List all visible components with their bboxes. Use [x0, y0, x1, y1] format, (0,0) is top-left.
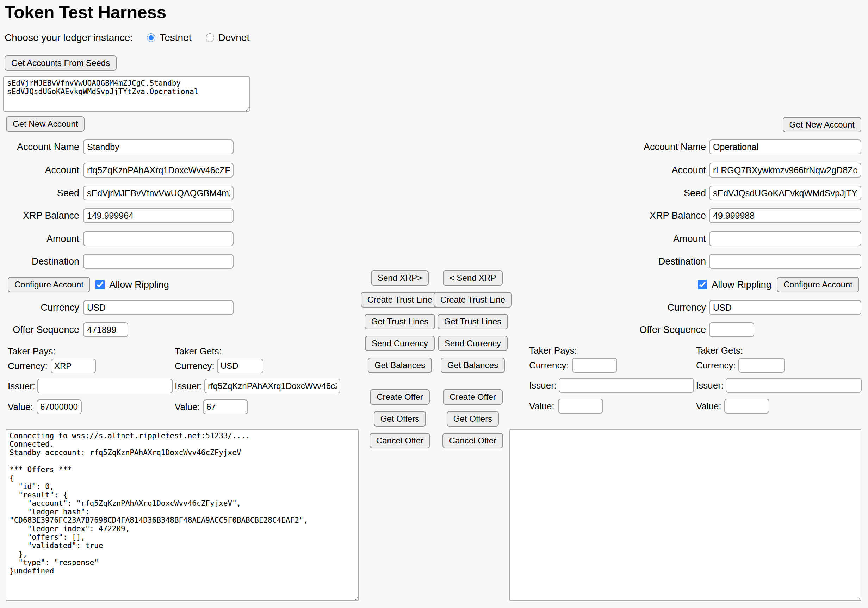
operational-amount-row: Amount — [586, 231, 861, 246]
standby-currency-input[interactable] — [83, 300, 234, 315]
standby-currency-label: Currency — [0, 302, 79, 313]
operational-create-trust-line-button[interactable]: Create Trust Line — [434, 292, 512, 307]
operational-account-name-label: Account Name — [586, 142, 706, 152]
token-test-harness-page: Token Test Harness Choose your ledger in… — [0, 0, 868, 608]
standby-account-name-label: Account Name — [0, 142, 79, 152]
standby-taker-gets-value-label: Value: — [175, 399, 200, 414]
operational-get-offers-button[interactable]: Get Offers — [447, 411, 499, 427]
standby-get-trust-lines-button[interactable]: Get Trust Lines — [364, 314, 436, 329]
standby-offer-sequence-input[interactable] — [83, 322, 128, 337]
operational-get-new-account-button[interactable]: Get New Account — [783, 117, 861, 132]
operational-seed-row: Seed — [586, 186, 861, 200]
testnet-radio-option[interactable]: Testnet — [147, 32, 191, 43]
standby-allow-rippling-checkbox[interactable] — [96, 280, 105, 289]
standby-taker-pays-issuer-label: Issuer: — [8, 379, 35, 394]
operational-offer-sequence-input[interactable] — [709, 322, 754, 337]
standby-amount-row: Amount — [0, 231, 234, 246]
standby-get-offers-button[interactable]: Get Offers — [374, 411, 426, 427]
seeds-textarea[interactable]: sEdVjrMJEBvVfnvVwUQAQGBM4mZJCgC.Standby … — [3, 76, 250, 112]
operational-cancel-offer-button[interactable]: Cancel Offer — [442, 433, 503, 448]
operational-xrp-balance-row: XRP Balance — [586, 208, 861, 223]
operational-allow-rippling-label: Allow Rippling — [711, 279, 772, 290]
standby-account-name-row: Account Name — [0, 140, 234, 154]
ledger-instance-row: Choose your ledger instance: Testnet Dev… — [5, 29, 250, 46]
operational-taker-gets-value-label: Value: — [696, 399, 721, 414]
operational-taker-gets-header: Taker Gets: — [696, 345, 743, 356]
standby-seed-row: Seed — [0, 186, 234, 200]
testnet-radio-label: Testnet — [160, 32, 191, 43]
operational-get-trust-lines-button[interactable]: Get Trust Lines — [437, 314, 508, 329]
operational-taker-gets-currency-input[interactable] — [738, 358, 785, 373]
operational-account-row: Account — [586, 163, 861, 178]
operational-offer-fields: Taker Pays: Currency: Taker Gets: Curren… — [527, 345, 868, 416]
standby-cancel-offer-button[interactable]: Cancel Offer — [369, 433, 430, 448]
standby-taker-pays-value-input[interactable] — [37, 399, 82, 414]
standby-currency-row: Currency — [0, 300, 234, 315]
operational-currency-label: Currency — [586, 302, 706, 313]
operational-xrp-balance-label: XRP Balance — [586, 210, 706, 221]
operational-amount-input[interactable] — [709, 231, 861, 246]
standby-offer-fields: Taker Pays: Currency: Taker Gets: Curren… — [6, 346, 351, 416]
operational-taker-pays-value-input[interactable] — [558, 399, 603, 414]
standby-taker-gets-currency-label: Currency: — [175, 358, 214, 374]
operational-get-balances-button[interactable]: Get Balances — [441, 358, 505, 373]
standby-taker-gets-value-input[interactable] — [203, 399, 248, 414]
standby-taker-pays-issuer-input[interactable] — [37, 379, 173, 394]
standby-xrp-balance-label: XRP Balance — [0, 210, 79, 221]
page-title: Token Test Harness — [5, 2, 166, 23]
operational-taker-pays-currency-label: Currency: — [529, 358, 569, 373]
testnet-radio[interactable] — [147, 34, 155, 42]
operational-offer-sequence-label: Offer Sequence — [586, 324, 706, 335]
standby-configure-account-button[interactable]: Configure Account — [8, 277, 90, 292]
operational-seed-label: Seed — [586, 188, 706, 199]
get-accounts-from-seeds-button[interactable]: Get Accounts From Seeds — [5, 55, 116, 71]
standby-send-currency-button[interactable]: Send Currency — [365, 336, 435, 351]
standby-amount-input[interactable] — [83, 231, 234, 246]
operational-send-xrp-button[interactable]: < Send XRP — [443, 270, 503, 286]
operational-destination-row: Destination — [586, 254, 861, 269]
operational-seed-input[interactable] — [709, 186, 861, 200]
standby-results-textarea[interactable]: Connecting to wss://s.altnet.rippletest.… — [6, 429, 359, 601]
standby-create-trust-line-button[interactable]: Create Trust Line — [361, 292, 439, 307]
operational-allow-rippling-option[interactable]: Allow Rippling — [698, 279, 772, 290]
operational-taker-pays-currency-input[interactable] — [572, 358, 617, 373]
standby-taker-gets-header: Taker Gets: — [175, 346, 222, 357]
standby-allow-rippling-label: Allow Rippling — [109, 279, 169, 290]
standby-taker-gets-currency-input[interactable] — [217, 358, 264, 374]
standby-seed-input[interactable] — [83, 186, 234, 200]
operational-currency-input[interactable] — [709, 300, 861, 315]
devnet-radio[interactable] — [206, 34, 214, 42]
operational-account-label: Account — [586, 165, 706, 176]
operational-taker-pays-header: Taker Pays: — [529, 345, 577, 356]
standby-taker-gets-issuer-input[interactable] — [204, 379, 340, 394]
standby-taker-pays-currency-input[interactable] — [51, 358, 96, 374]
standby-get-balances-button[interactable]: Get Balances — [368, 358, 432, 373]
standby-destination-input[interactable] — [83, 254, 234, 269]
operational-configure-account-button[interactable]: Configure Account — [777, 277, 859, 292]
standby-get-new-account-button[interactable]: Get New Account — [6, 116, 85, 132]
standby-allow-rippling-option[interactable]: Allow Rippling — [96, 279, 169, 290]
standby-seed-label: Seed — [0, 188, 79, 199]
operational-taker-gets-issuer-input[interactable] — [726, 378, 862, 393]
operational-xrp-balance-input[interactable] — [709, 208, 861, 223]
standby-configure-row: Configure Account Allow Rippling — [8, 277, 169, 292]
operational-create-offer-button[interactable]: Create Offer — [443, 389, 503, 405]
standby-xrp-balance-input[interactable] — [83, 208, 234, 223]
operational-results-textarea[interactable] — [509, 429, 861, 601]
operational-account-name-input[interactable] — [709, 140, 861, 154]
operational-account-input[interactable] — [709, 163, 861, 178]
standby-destination-row: Destination — [0, 254, 234, 269]
devnet-radio-option[interactable]: Devnet — [206, 32, 250, 43]
operational-destination-input[interactable] — [709, 254, 861, 269]
standby-account-name-input[interactable] — [83, 140, 234, 154]
operational-send-currency-button[interactable]: Send Currency — [438, 336, 508, 351]
standby-create-offer-button[interactable]: Create Offer — [370, 389, 430, 405]
standby-account-input[interactable] — [83, 163, 234, 178]
operational-configure-row: Allow Rippling Configure Account — [698, 277, 859, 292]
operational-taker-pays-issuer-input[interactable] — [559, 378, 694, 393]
standby-taker-pays-value-label: Value: — [8, 399, 33, 414]
operational-allow-rippling-checkbox[interactable] — [698, 280, 707, 289]
standby-destination-label: Destination — [0, 256, 79, 267]
operational-taker-gets-value-input[interactable] — [724, 399, 769, 414]
standby-send-xrp-button[interactable]: Send XRP> — [371, 270, 429, 286]
